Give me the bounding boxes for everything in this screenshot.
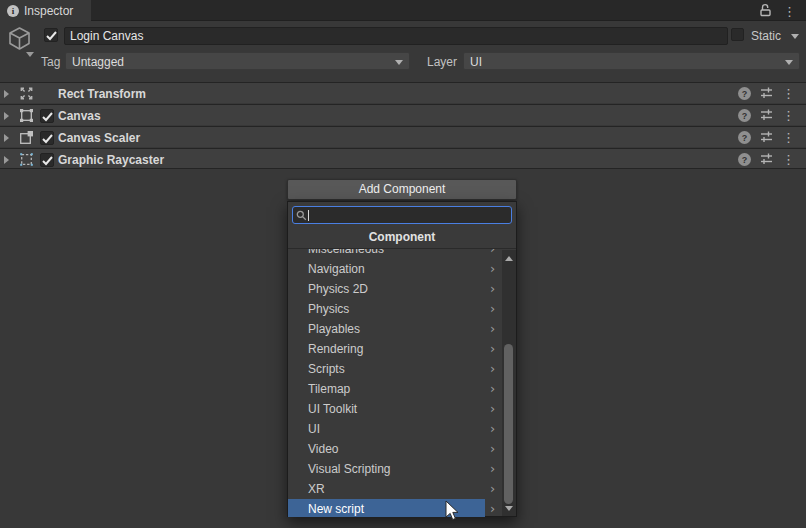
chevron-right-icon: › (490, 439, 495, 459)
preset-icon[interactable] (760, 108, 773, 124)
category-label: Physics (308, 302, 349, 316)
category-item-xr[interactable]: XR› (288, 479, 502, 499)
foldout-arrow-icon[interactable] (4, 134, 9, 142)
category-item-ui-toolkit[interactable]: UI Toolkit› (288, 399, 502, 419)
scrollbar[interactable] (502, 250, 516, 516)
chevron-right-icon: › (490, 249, 495, 259)
window-menu-icon[interactable]: ⋮ (783, 5, 796, 19)
scroll-down-icon[interactable] (505, 506, 513, 511)
chevron-right-icon: › (490, 359, 495, 379)
category-label: XR (308, 482, 325, 496)
component-enabled-checkbox[interactable] (40, 131, 54, 145)
component-row-canvas[interactable]: Canvas?⋮ (0, 104, 806, 125)
preset-icon[interactable] (760, 86, 773, 102)
help-icon[interactable]: ? (738, 153, 751, 166)
category-item-visual-scripting[interactable]: Visual Scripting› (288, 459, 502, 479)
scrollbar-thumb[interactable] (504, 344, 513, 504)
info-icon: i (7, 5, 19, 17)
add-component-button[interactable]: Add Component (287, 179, 517, 200)
tab-inspector[interactable]: i Inspector (0, 0, 91, 21)
tab-bar: i Inspector ⋮ (0, 0, 806, 21)
component-search-box[interactable] (292, 206, 512, 224)
category-item-playables[interactable]: Playables› (288, 319, 502, 339)
category-label: Rendering (308, 342, 363, 356)
category-item-rendering[interactable]: Rendering› (288, 339, 502, 359)
inspector-window: i Inspector ⋮ Login Canvas Static (0, 0, 806, 528)
preset-icon[interactable] (760, 152, 773, 168)
category-item-miscellaneous[interactable]: Miscellaneous› (288, 249, 502, 259)
category-label: Visual Scripting (308, 462, 391, 476)
mouse-cursor (445, 500, 459, 521)
add-component-popup: Component Miscellaneous›Navigation›Physi… (287, 201, 517, 517)
chevron-right-icon: › (490, 479, 495, 499)
graphic-raycaster-icon (19, 152, 34, 170)
component-category-list: Miscellaneous›Navigation›Physics 2D›Phys… (288, 249, 502, 517)
component-name: Rect Transform (58, 87, 146, 101)
category-label: Miscellaneous (308, 249, 384, 256)
chevron-right-icon: › (490, 419, 495, 439)
category-item-physics-2d[interactable]: Physics 2D› (288, 279, 502, 299)
chevron-right-icon: › (490, 499, 495, 517)
category-item-scripts[interactable]: Scripts› (288, 359, 502, 379)
component-name: Canvas (58, 109, 101, 123)
gameobject-active-checkbox[interactable] (44, 28, 58, 42)
chevron-right-icon: › (490, 339, 495, 359)
gameobject-cube-icon[interactable] (6, 25, 33, 55)
kebab-icon[interactable]: ⋮ (782, 153, 795, 167)
foldout-arrow-icon[interactable] (4, 112, 9, 120)
chevron-right-icon: › (490, 319, 495, 339)
category-label: Scripts (308, 362, 345, 376)
popup-title: Component (288, 230, 516, 244)
chevron-right-icon: › (490, 399, 495, 419)
component-enabled-checkbox[interactable] (40, 109, 54, 123)
static-dropdown-caret[interactable] (791, 34, 799, 39)
gameobject-icon-dropdown-caret[interactable] (26, 52, 34, 57)
chevron-right-icon: › (490, 299, 495, 319)
category-item-physics[interactable]: Physics› (288, 299, 502, 319)
help-icon[interactable]: ? (738, 109, 751, 122)
component-name: Canvas Scaler (58, 131, 140, 145)
foldout-arrow-icon[interactable] (4, 90, 9, 98)
component-search-input[interactable] (309, 208, 489, 222)
foldout-arrow-icon[interactable] (4, 156, 9, 164)
gameobject-name-field[interactable]: Login Canvas (64, 27, 728, 45)
unlock-icon[interactable] (759, 3, 772, 20)
tab-label: Inspector (24, 4, 73, 18)
search-icon (296, 210, 307, 221)
static-checkbox[interactable] (731, 28, 744, 41)
component-row-graphic-raycaster[interactable]: Graphic Raycaster?⋮ (0, 148, 806, 169)
component-row-rect-transform[interactable]: Rect Transform?⋮ (0, 82, 806, 103)
help-icon[interactable]: ? (738, 87, 751, 100)
help-icon[interactable]: ? (738, 131, 751, 144)
chevron-right-icon: › (490, 379, 495, 399)
preset-icon[interactable] (760, 130, 773, 146)
component-enabled-checkbox[interactable] (40, 153, 54, 167)
category-label: UI (308, 422, 320, 436)
category-label: Video (308, 442, 338, 456)
kebab-icon[interactable]: ⋮ (782, 87, 795, 101)
category-label: Physics 2D (308, 282, 368, 296)
layer-label: Layer (427, 55, 457, 69)
category-label: New script (308, 502, 364, 516)
category-item-tilemap[interactable]: Tilemap› (288, 379, 502, 399)
layer-dropdown[interactable]: UI (463, 52, 800, 70)
component-row-canvas-scaler[interactable]: Canvas Scaler?⋮ (0, 126, 806, 147)
tag-dropdown[interactable]: Untagged (65, 52, 410, 70)
scroll-up-icon[interactable] (505, 256, 513, 261)
component-name: Graphic Raycaster (58, 153, 164, 167)
category-label: Playables (308, 322, 360, 336)
kebab-icon[interactable]: ⋮ (782, 131, 795, 145)
category-label: Navigation (308, 262, 365, 276)
gameobject-header: Login Canvas Static Tag Untagged Layer U… (0, 21, 806, 82)
category-item-navigation[interactable]: Navigation› (288, 259, 502, 279)
category-label: Tilemap (308, 382, 350, 396)
tag-label: Tag (41, 55, 60, 69)
kebab-icon[interactable]: ⋮ (782, 109, 795, 123)
category-item-video[interactable]: Video› (288, 439, 502, 459)
canvas-scaler-icon (19, 130, 34, 148)
category-label: UI Toolkit (308, 402, 357, 416)
chevron-right-icon: › (490, 259, 495, 279)
category-item-ui[interactable]: UI› (288, 419, 502, 439)
category-item-new-script[interactable]: New script› (288, 499, 502, 517)
canvas-icon (19, 108, 34, 126)
